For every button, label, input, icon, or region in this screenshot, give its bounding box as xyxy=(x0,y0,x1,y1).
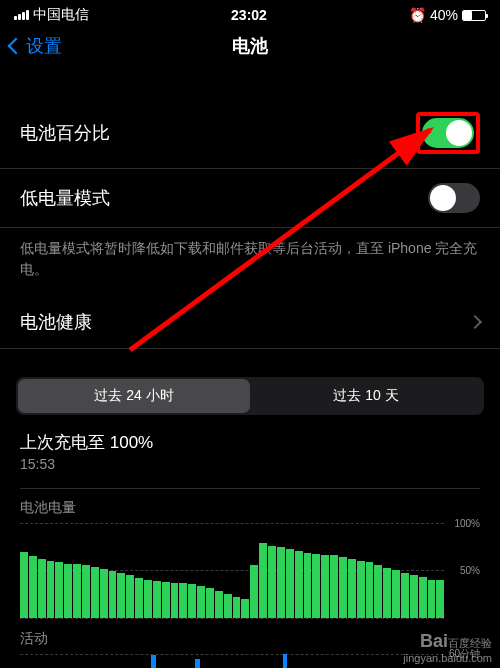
low-power-label: 低电量模式 xyxy=(20,186,110,210)
low-power-toggle[interactable] xyxy=(428,183,480,213)
status-time: 23:02 xyxy=(231,7,267,23)
battery-icon xyxy=(462,10,486,21)
highlight-annotation xyxy=(416,112,480,154)
carrier-text: 中国电信 xyxy=(33,6,89,24)
chevron-left-icon xyxy=(8,38,25,55)
grid-100: 100% xyxy=(454,517,480,528)
back-label: 设置 xyxy=(26,34,62,58)
time-range-tabs: 过去 24 小时 过去 10 天 xyxy=(16,377,484,415)
tab-24h[interactable]: 过去 24 小时 xyxy=(18,379,250,413)
low-power-row: 低电量模式 xyxy=(0,169,500,228)
battery-percentage-row: 电池百分比 xyxy=(0,98,500,169)
status-bar: 中国电信 23:02 ⏰ 40% xyxy=(0,0,500,26)
signal-icon xyxy=(14,10,29,20)
battery-level-label: 电池电量 xyxy=(20,499,480,517)
tab-10d[interactable]: 过去 10 天 xyxy=(250,379,482,413)
alarm-icon: ⏰ xyxy=(409,7,426,23)
battery-health-label: 电池健康 xyxy=(20,310,92,334)
back-button[interactable]: 设置 xyxy=(10,34,62,58)
grid-50: 50% xyxy=(460,565,480,576)
battery-pct: 40% xyxy=(430,7,458,23)
last-charge-info: 上次充电至 100% 15:53 xyxy=(0,415,500,478)
battery-level-chart: 电池电量 100% 50% xyxy=(0,499,500,618)
nav-bar: 设置 电池 xyxy=(0,26,500,70)
watermark: Bai百度经验 jingyan.baidu.com xyxy=(403,631,492,664)
charge-title: 上次充电至 100% xyxy=(20,431,480,454)
low-power-note: 低电量模式将暂时降低如下载和邮件获取等后台活动，直至 iPhone 完全充电。 xyxy=(0,228,500,296)
battery-percentage-label: 电池百分比 xyxy=(20,121,110,145)
battery-health-row[interactable]: 电池健康 xyxy=(0,296,500,349)
page-title: 电池 xyxy=(232,34,268,58)
chevron-right-icon xyxy=(468,315,482,329)
battery-percentage-toggle[interactable] xyxy=(422,118,474,148)
charge-time: 15:53 xyxy=(20,456,480,472)
